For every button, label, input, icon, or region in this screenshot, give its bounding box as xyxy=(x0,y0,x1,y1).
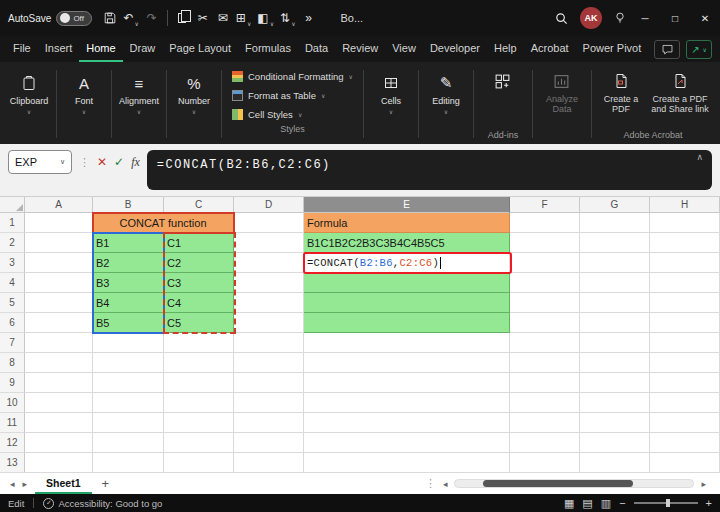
cell-d6[interactable] xyxy=(234,313,304,333)
cell-styles-button[interactable]: Cell Styles∨ xyxy=(226,105,359,124)
cell-c5[interactable]: C4 xyxy=(164,293,234,313)
cell[interactable] xyxy=(93,393,164,413)
cell[interactable] xyxy=(93,433,164,453)
cell[interactable] xyxy=(234,393,304,413)
cell[interactable] xyxy=(164,413,234,433)
cell[interactable] xyxy=(234,353,304,373)
cell[interactable] xyxy=(304,333,510,353)
addins-button[interactable] xyxy=(476,69,530,91)
cell[interactable] xyxy=(304,453,510,473)
cell-h1[interactable] xyxy=(650,213,720,233)
cell[interactable] xyxy=(650,433,720,453)
cell[interactable] xyxy=(93,453,164,473)
cell[interactable] xyxy=(650,333,720,353)
create-pdf-button[interactable]: Create a PDF xyxy=(594,69,648,115)
row-header-5[interactable]: 5 xyxy=(0,293,25,313)
analyze-data-button[interactable]: Analyze Data xyxy=(535,69,589,115)
cell-c3[interactable]: C2 xyxy=(164,253,234,273)
cell[interactable] xyxy=(580,433,650,453)
save-icon[interactable] xyxy=(100,0,120,36)
menu-tab-home[interactable]: Home xyxy=(79,36,122,62)
select-all-corner[interactable] xyxy=(0,197,25,213)
page-layout-view-icon[interactable]: ▤ xyxy=(582,497,592,510)
insert-function-icon[interactable]: fx xyxy=(131,150,140,174)
cell[interactable] xyxy=(510,433,580,453)
cell[interactable] xyxy=(164,353,234,373)
cells-group-button[interactable]: Cells ∨ xyxy=(366,65,416,144)
row-header-6[interactable]: 6 xyxy=(0,313,25,333)
row-header-2[interactable]: 2 xyxy=(0,233,25,253)
cell-f2[interactable] xyxy=(510,233,580,253)
formula-input[interactable]: =CONCAT(B2:B6,C2:C6) ∧ xyxy=(147,150,712,190)
cell[interactable] xyxy=(25,413,93,433)
cell[interactable] xyxy=(164,393,234,413)
column-header-a[interactable]: A xyxy=(25,197,93,213)
enter-icon[interactable]: ✓ xyxy=(114,150,124,174)
column-header-d[interactable]: D xyxy=(234,197,304,213)
cell-d2[interactable] xyxy=(234,233,304,253)
cell-c6[interactable]: C5 xyxy=(164,313,234,333)
normal-view-icon[interactable]: ▦ xyxy=(564,497,574,510)
cell[interactable] xyxy=(25,453,93,473)
collapse-formula-bar-icon[interactable]: ∧ xyxy=(696,152,703,162)
scroll-left-icon[interactable]: ◂ xyxy=(439,479,452,489)
cell-h2[interactable] xyxy=(650,233,720,253)
cell-h5[interactable] xyxy=(650,293,720,313)
sheet-nav-right-icon[interactable]: ▸ xyxy=(19,479,32,489)
cell-f6[interactable] xyxy=(510,313,580,333)
create-pdf-share-button[interactable]: Create a PDF and Share link xyxy=(648,69,712,115)
horizontal-scrollbar-thumb[interactable] xyxy=(483,480,633,487)
cell-g6[interactable] xyxy=(580,313,650,333)
cell-f1[interactable] xyxy=(510,213,580,233)
sort-icon[interactable]: ⇅∨ xyxy=(277,0,298,36)
cell[interactable] xyxy=(580,393,650,413)
row-header-12[interactable]: 12 xyxy=(0,433,25,453)
row-header-3[interactable]: 3 xyxy=(0,253,25,273)
row-header-11[interactable]: 11 xyxy=(0,413,25,433)
maximize-button[interactable]: □ xyxy=(660,0,690,36)
cell[interactable] xyxy=(25,393,93,413)
zoom-slider[interactable] xyxy=(634,502,698,504)
cell-h6[interactable] xyxy=(650,313,720,333)
column-header-c[interactable]: C xyxy=(164,197,234,213)
page-break-view-icon[interactable]: ▥ xyxy=(601,497,611,510)
cell-d4[interactable] xyxy=(234,273,304,293)
splitter-icon[interactable]: ⋮ xyxy=(425,477,436,490)
cell-b4[interactable]: B3 xyxy=(93,273,164,293)
menu-tab-draw[interactable]: Draw xyxy=(123,36,163,62)
autosave-toggle-pill[interactable]: Off xyxy=(56,11,92,26)
cell[interactable] xyxy=(510,373,580,393)
cell[interactable] xyxy=(650,353,720,373)
cell[interactable] xyxy=(580,353,650,373)
menu-tab-insert[interactable]: Insert xyxy=(38,36,80,62)
cell-e4[interactable] xyxy=(304,273,510,293)
fill-color-icon[interactable]: ◧∨ xyxy=(254,0,277,36)
cell[interactable] xyxy=(650,413,720,433)
cell[interactable] xyxy=(304,433,510,453)
cell-b3[interactable]: B2 xyxy=(93,253,164,273)
cell[interactable] xyxy=(234,413,304,433)
cell-b5[interactable]: B4 xyxy=(93,293,164,313)
cell-g5[interactable] xyxy=(580,293,650,313)
add-sheet-icon[interactable]: + xyxy=(102,476,110,491)
cell[interactable] xyxy=(650,393,720,413)
cell[interactable] xyxy=(164,333,234,353)
undo-icon[interactable]: ↶∨ xyxy=(120,0,141,36)
column-header-b[interactable]: B xyxy=(93,197,164,213)
cell[interactable] xyxy=(93,333,164,353)
cell[interactable] xyxy=(580,413,650,433)
cell-b1-merged[interactable]: CONCAT function xyxy=(93,213,234,233)
menu-tab-help[interactable]: Help xyxy=(487,36,524,62)
cell-a5[interactable] xyxy=(25,293,93,313)
cell[interactable] xyxy=(234,333,304,353)
search-icon[interactable] xyxy=(551,0,572,36)
menu-tab-data[interactable]: Data xyxy=(298,36,335,62)
cell[interactable] xyxy=(304,353,510,373)
cell-b6[interactable]: B5 xyxy=(93,313,164,333)
cell-c4[interactable]: C3 xyxy=(164,273,234,293)
cell[interactable] xyxy=(93,413,164,433)
cell[interactable] xyxy=(510,453,580,473)
cell-b2[interactable]: B1 xyxy=(93,233,164,253)
row-header-8[interactable]: 8 xyxy=(0,353,25,373)
cell-g4[interactable] xyxy=(580,273,650,293)
